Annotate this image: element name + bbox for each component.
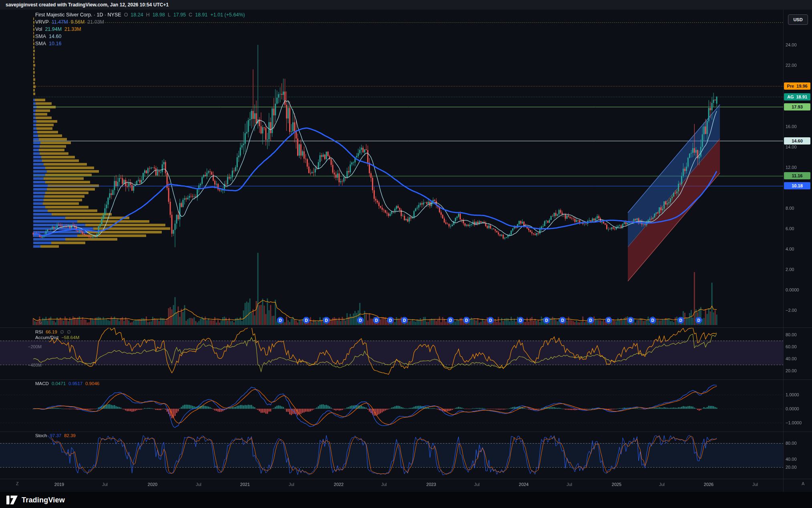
legend-part: L xyxy=(168,12,171,18)
rsi-legend-row[interactable]: RSI66.19∅∅ xyxy=(35,329,79,335)
dividend-marker[interactable]: D xyxy=(649,317,656,324)
publisher-bar: savepiginvest created with TradingView.c… xyxy=(0,0,812,10)
stoch-legend-row[interactable]: Stoch97.3782.39 xyxy=(35,433,76,439)
macd-legend-row[interactable]: MACD0.04710.95170.9046 xyxy=(35,381,99,387)
price-chip-11.16[interactable]: 11.16 xyxy=(784,172,810,179)
legend-part: Accum/Dist xyxy=(35,335,58,340)
legend-part: 14.60 xyxy=(49,34,61,39)
rsi-tick: 80.00 xyxy=(786,332,797,337)
dividend-marker[interactable]: D xyxy=(695,317,702,324)
dividend-marker[interactable]: D xyxy=(487,317,494,324)
price-chip-label: AG xyxy=(787,94,794,99)
main-legend: First Majestic Silver Corp. · 1D · NYSEO… xyxy=(35,12,245,48)
price-chip-value: 10.18 xyxy=(792,183,803,188)
legend-part: 17.95 xyxy=(173,12,186,18)
chart-canvas[interactable] xyxy=(0,10,812,492)
price-tick: 6.00 xyxy=(786,226,794,231)
legend-part: Vol xyxy=(35,26,42,32)
symbol-legend-row[interactable]: First Majestic Silver Corp. · 1D · NYSEO… xyxy=(35,12,245,19)
legend-part: 21.33M xyxy=(64,26,81,32)
dividend-marker[interactable]: D xyxy=(387,317,394,324)
attribution-text: savepiginvest created with TradingView.c… xyxy=(6,2,169,8)
bottom-right-hint[interactable]: A xyxy=(802,481,804,486)
legend-part: SMA xyxy=(35,41,46,46)
legend-part: C xyxy=(189,12,192,18)
legend-part: 66.19 xyxy=(46,329,57,334)
legend-part: 0.0471 xyxy=(52,381,66,386)
legend-part: VRVP xyxy=(35,19,49,25)
stoch-pane-legend: Stoch97.3782.39 xyxy=(35,433,76,439)
legend-part: First Majestic Silver Corp. · 1D · NYSE xyxy=(35,12,121,18)
price-chip-10.18[interactable]: 10.18 xyxy=(784,182,810,189)
dividend-marker[interactable]: D xyxy=(517,317,524,324)
dividend-marker[interactable]: D xyxy=(587,317,594,324)
dividend-marker[interactable]: D xyxy=(559,317,566,324)
macd-tick: 0.0000 xyxy=(786,406,799,411)
dividend-marker[interactable]: D xyxy=(543,317,550,324)
legend-part: O xyxy=(124,12,128,18)
vrvp-legend-row[interactable]: VRVP11.47M9.56M21.03M xyxy=(35,19,245,26)
price-tick: 22.00 xyxy=(786,63,797,68)
tradingview-wordmark[interactable]: TradingView xyxy=(22,496,65,504)
price-chip-value: 19.96 xyxy=(796,84,808,88)
legend-part: 18.91 xyxy=(195,12,207,18)
legend-part: −58.64M xyxy=(61,335,79,340)
legend-part: 9.56M xyxy=(71,19,85,25)
accum-dist-legend-row[interactable]: Accum/Dist−58.64M xyxy=(35,335,79,341)
price-chip-label: Pre xyxy=(787,84,794,88)
dividend-marker[interactable]: D xyxy=(303,317,310,324)
dividend-marker[interactable]: D xyxy=(401,317,408,324)
time-tick: Jul xyxy=(659,482,665,487)
time-tick: 2024 xyxy=(519,482,529,487)
price-chip-value: 14.60 xyxy=(792,139,803,143)
price-chip-value: 18.91 xyxy=(796,94,807,99)
sma-fast-legend-row[interactable]: SMA14.60 xyxy=(35,34,245,41)
legend-part: 10.16 xyxy=(49,41,61,46)
legend-part: 21.94M xyxy=(45,26,62,32)
dividend-marker[interactable]: D xyxy=(447,317,454,324)
currency-toggle-button[interactable]: USD xyxy=(788,14,808,25)
dividend-marker[interactable]: D xyxy=(323,317,330,324)
legend-part: 18.24 xyxy=(131,12,143,18)
price-tick: 14.00 xyxy=(786,145,797,149)
dividend-marker[interactable]: D xyxy=(677,317,684,324)
dividend-marker[interactable]: D xyxy=(357,317,364,324)
tradingview-published-chart: { "header": { "attribution": "savepiginv… xyxy=(0,0,812,508)
rsi-tick: 20.00 xyxy=(786,368,797,373)
price-chip-ag[interactable]: AG18.91 xyxy=(784,93,810,100)
volume-legend-row[interactable]: Vol21.94M21.33M xyxy=(35,26,245,34)
dividend-marker[interactable]: D xyxy=(463,317,470,324)
tradingview-logo-icon[interactable] xyxy=(6,496,18,504)
price-chip-pre[interactable]: Pre19.96 xyxy=(784,82,810,90)
price-tick: 12.00 xyxy=(786,165,797,170)
macd-tick: 1.0000 xyxy=(786,392,799,397)
legend-part: SMA xyxy=(35,34,46,39)
legend-part: +1.01 (+5.64%) xyxy=(211,12,245,18)
price-chip-value: 17.93 xyxy=(792,104,803,109)
price-chip-14.60[interactable]: 14.60 xyxy=(784,137,810,145)
time-tick: 2023 xyxy=(426,482,436,487)
sma-slow-legend-row[interactable]: SMA10.16 xyxy=(35,41,245,48)
dividend-marker[interactable]: D xyxy=(627,317,634,324)
dividend-marker[interactable]: D xyxy=(373,317,380,324)
legend-part: ∅ xyxy=(60,329,64,335)
dividend-marker[interactable]: D xyxy=(605,317,612,324)
time-tick: Jul xyxy=(752,482,758,487)
accum-dist-left-tick: −400M xyxy=(22,363,42,367)
legend-part: 0.9046 xyxy=(85,381,99,386)
macd-pane-legend: MACD0.04710.95170.9046 xyxy=(35,381,99,387)
bottom-left-hint[interactable]: Z xyxy=(16,481,19,486)
price-chip-17.93[interactable]: 17.93 xyxy=(784,103,810,110)
dividend-marker[interactable]: D xyxy=(277,317,284,324)
macd-tick: −1.0000 xyxy=(786,420,802,425)
legend-part: 18.98 xyxy=(153,12,165,18)
stoch-tick: 20.00 xyxy=(786,465,797,470)
price-tick: 2.00 xyxy=(786,267,794,272)
legend-part: MACD xyxy=(35,381,49,386)
time-tick: 2025 xyxy=(612,482,621,487)
rsi-pane-legend: RSI66.19∅∅Accum/Dist−58.64M xyxy=(35,329,79,341)
time-tick: 2022 xyxy=(334,482,344,487)
stoch-tick: 80.00 xyxy=(786,441,797,446)
time-tick: 2021 xyxy=(240,482,250,487)
legend-part: ∅ xyxy=(67,329,71,335)
